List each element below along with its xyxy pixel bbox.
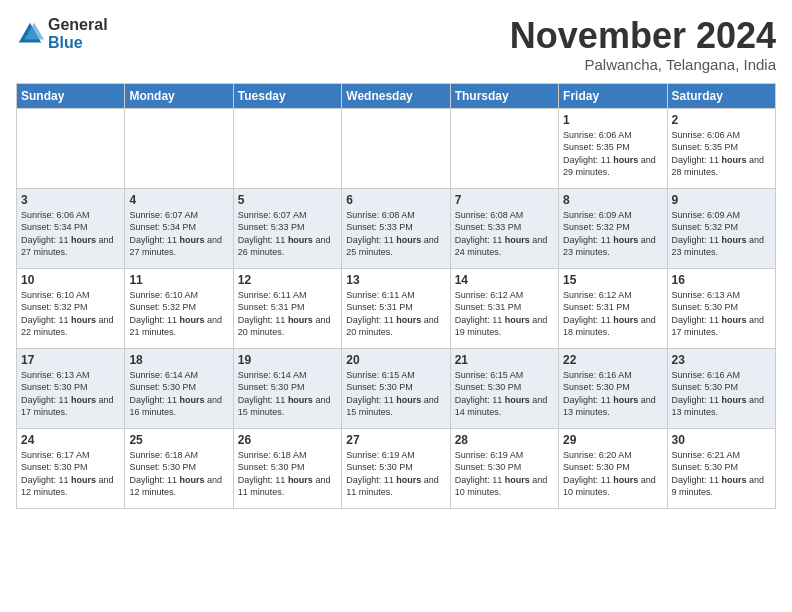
- calendar-cell: 27Sunrise: 6:19 AMSunset: 5:30 PMDayligh…: [342, 428, 450, 508]
- weekday-header-monday: Monday: [125, 83, 233, 108]
- day-number: 1: [563, 113, 662, 127]
- day-number: 12: [238, 273, 337, 287]
- day-info: Sunrise: 6:16 AMSunset: 5:30 PMDaylight:…: [672, 369, 771, 419]
- day-number: 2: [672, 113, 771, 127]
- calendar-cell: [233, 108, 341, 188]
- day-info: Sunrise: 6:07 AMSunset: 5:33 PMDaylight:…: [238, 209, 337, 259]
- day-number: 23: [672, 353, 771, 367]
- day-info: Sunrise: 6:21 AMSunset: 5:30 PMDaylight:…: [672, 449, 771, 499]
- week-row-1: 1Sunrise: 6:06 AMSunset: 5:35 PMDaylight…: [17, 108, 776, 188]
- logo-general: General: [48, 16, 108, 34]
- day-info: Sunrise: 6:09 AMSunset: 5:32 PMDaylight:…: [672, 209, 771, 259]
- day-number: 20: [346, 353, 445, 367]
- calendar-cell: 12Sunrise: 6:11 AMSunset: 5:31 PMDayligh…: [233, 268, 341, 348]
- day-info: Sunrise: 6:10 AMSunset: 5:32 PMDaylight:…: [21, 289, 120, 339]
- day-info: Sunrise: 6:15 AMSunset: 5:30 PMDaylight:…: [346, 369, 445, 419]
- day-number: 7: [455, 193, 554, 207]
- day-info: Sunrise: 6:07 AMSunset: 5:34 PMDaylight:…: [129, 209, 228, 259]
- calendar-cell: [450, 108, 558, 188]
- weekday-header-tuesday: Tuesday: [233, 83, 341, 108]
- day-number: 30: [672, 433, 771, 447]
- logo-blue: Blue: [48, 34, 108, 52]
- calendar-cell: 11Sunrise: 6:10 AMSunset: 5:32 PMDayligh…: [125, 268, 233, 348]
- day-number: 10: [21, 273, 120, 287]
- week-row-4: 17Sunrise: 6:13 AMSunset: 5:30 PMDayligh…: [17, 348, 776, 428]
- day-info: Sunrise: 6:08 AMSunset: 5:33 PMDaylight:…: [346, 209, 445, 259]
- day-number: 8: [563, 193, 662, 207]
- logo-icon: [16, 20, 44, 48]
- day-info: Sunrise: 6:19 AMSunset: 5:30 PMDaylight:…: [346, 449, 445, 499]
- calendar-table: SundayMondayTuesdayWednesdayThursdayFrid…: [16, 83, 776, 509]
- day-info: Sunrise: 6:14 AMSunset: 5:30 PMDaylight:…: [238, 369, 337, 419]
- calendar-cell: [125, 108, 233, 188]
- calendar-cell: 26Sunrise: 6:18 AMSunset: 5:30 PMDayligh…: [233, 428, 341, 508]
- day-number: 15: [563, 273, 662, 287]
- logo: General Blue: [16, 16, 108, 51]
- calendar-cell: 2Sunrise: 6:06 AMSunset: 5:35 PMDaylight…: [667, 108, 775, 188]
- calendar-cell: 20Sunrise: 6:15 AMSunset: 5:30 PMDayligh…: [342, 348, 450, 428]
- day-info: Sunrise: 6:09 AMSunset: 5:32 PMDaylight:…: [563, 209, 662, 259]
- day-number: 24: [21, 433, 120, 447]
- month-title: November 2024: [510, 16, 776, 56]
- calendar-cell: 6Sunrise: 6:08 AMSunset: 5:33 PMDaylight…: [342, 188, 450, 268]
- week-row-2: 3Sunrise: 6:06 AMSunset: 5:34 PMDaylight…: [17, 188, 776, 268]
- weekday-header-friday: Friday: [559, 83, 667, 108]
- weekday-header-saturday: Saturday: [667, 83, 775, 108]
- day-number: 17: [21, 353, 120, 367]
- calendar-cell: 29Sunrise: 6:20 AMSunset: 5:30 PMDayligh…: [559, 428, 667, 508]
- calendar-cell: 28Sunrise: 6:19 AMSunset: 5:30 PMDayligh…: [450, 428, 558, 508]
- day-number: 9: [672, 193, 771, 207]
- day-info: Sunrise: 6:10 AMSunset: 5:32 PMDaylight:…: [129, 289, 228, 339]
- calendar-cell: 22Sunrise: 6:16 AMSunset: 5:30 PMDayligh…: [559, 348, 667, 428]
- week-row-3: 10Sunrise: 6:10 AMSunset: 5:32 PMDayligh…: [17, 268, 776, 348]
- calendar-cell: 25Sunrise: 6:18 AMSunset: 5:30 PMDayligh…: [125, 428, 233, 508]
- calendar-cell: 15Sunrise: 6:12 AMSunset: 5:31 PMDayligh…: [559, 268, 667, 348]
- calendar-cell: 30Sunrise: 6:21 AMSunset: 5:30 PMDayligh…: [667, 428, 775, 508]
- calendar-cell: [17, 108, 125, 188]
- day-info: Sunrise: 6:17 AMSunset: 5:30 PMDaylight:…: [21, 449, 120, 499]
- calendar-cell: 21Sunrise: 6:15 AMSunset: 5:30 PMDayligh…: [450, 348, 558, 428]
- day-number: 26: [238, 433, 337, 447]
- day-info: Sunrise: 6:18 AMSunset: 5:30 PMDaylight:…: [238, 449, 337, 499]
- calendar-cell: 17Sunrise: 6:13 AMSunset: 5:30 PMDayligh…: [17, 348, 125, 428]
- location-subtitle: Palwancha, Telangana, India: [510, 56, 776, 73]
- day-info: Sunrise: 6:20 AMSunset: 5:30 PMDaylight:…: [563, 449, 662, 499]
- calendar-cell: 14Sunrise: 6:12 AMSunset: 5:31 PMDayligh…: [450, 268, 558, 348]
- calendar-cell: 23Sunrise: 6:16 AMSunset: 5:30 PMDayligh…: [667, 348, 775, 428]
- calendar-cell: 10Sunrise: 6:10 AMSunset: 5:32 PMDayligh…: [17, 268, 125, 348]
- calendar-cell: 13Sunrise: 6:11 AMSunset: 5:31 PMDayligh…: [342, 268, 450, 348]
- weekday-header-sunday: Sunday: [17, 83, 125, 108]
- day-number: 11: [129, 273, 228, 287]
- day-info: Sunrise: 6:19 AMSunset: 5:30 PMDaylight:…: [455, 449, 554, 499]
- weekday-header-thursday: Thursday: [450, 83, 558, 108]
- day-number: 25: [129, 433, 228, 447]
- day-number: 28: [455, 433, 554, 447]
- calendar-cell: 18Sunrise: 6:14 AMSunset: 5:30 PMDayligh…: [125, 348, 233, 428]
- title-block: November 2024 Palwancha, Telangana, Indi…: [510, 16, 776, 73]
- day-info: Sunrise: 6:13 AMSunset: 5:30 PMDaylight:…: [21, 369, 120, 419]
- day-number: 13: [346, 273, 445, 287]
- day-info: Sunrise: 6:11 AMSunset: 5:31 PMDaylight:…: [238, 289, 337, 339]
- day-number: 5: [238, 193, 337, 207]
- calendar-cell: 7Sunrise: 6:08 AMSunset: 5:33 PMDaylight…: [450, 188, 558, 268]
- day-info: Sunrise: 6:13 AMSunset: 5:30 PMDaylight:…: [672, 289, 771, 339]
- day-info: Sunrise: 6:16 AMSunset: 5:30 PMDaylight:…: [563, 369, 662, 419]
- day-info: Sunrise: 6:18 AMSunset: 5:30 PMDaylight:…: [129, 449, 228, 499]
- page-header: General Blue November 2024 Palwancha, Te…: [16, 16, 776, 73]
- calendar-cell: 5Sunrise: 6:07 AMSunset: 5:33 PMDaylight…: [233, 188, 341, 268]
- day-info: Sunrise: 6:08 AMSunset: 5:33 PMDaylight:…: [455, 209, 554, 259]
- calendar-cell: 24Sunrise: 6:17 AMSunset: 5:30 PMDayligh…: [17, 428, 125, 508]
- day-info: Sunrise: 6:06 AMSunset: 5:35 PMDaylight:…: [672, 129, 771, 179]
- calendar-cell: 16Sunrise: 6:13 AMSunset: 5:30 PMDayligh…: [667, 268, 775, 348]
- calendar-cell: 4Sunrise: 6:07 AMSunset: 5:34 PMDaylight…: [125, 188, 233, 268]
- day-info: Sunrise: 6:06 AMSunset: 5:34 PMDaylight:…: [21, 209, 120, 259]
- day-number: 27: [346, 433, 445, 447]
- day-info: Sunrise: 6:12 AMSunset: 5:31 PMDaylight:…: [563, 289, 662, 339]
- calendar-cell: [342, 108, 450, 188]
- day-info: Sunrise: 6:06 AMSunset: 5:35 PMDaylight:…: [563, 129, 662, 179]
- calendar-cell: 1Sunrise: 6:06 AMSunset: 5:35 PMDaylight…: [559, 108, 667, 188]
- weekday-header-wednesday: Wednesday: [342, 83, 450, 108]
- day-number: 22: [563, 353, 662, 367]
- calendar-cell: 19Sunrise: 6:14 AMSunset: 5:30 PMDayligh…: [233, 348, 341, 428]
- calendar-cell: 3Sunrise: 6:06 AMSunset: 5:34 PMDaylight…: [17, 188, 125, 268]
